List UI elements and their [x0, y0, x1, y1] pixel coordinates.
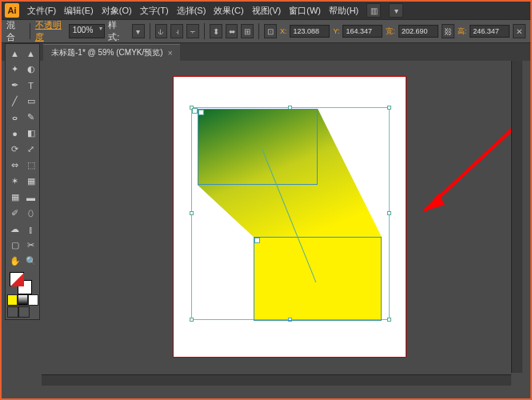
perspective-tool[interactable]: ▦: [23, 174, 38, 189]
screen-mode-row: [7, 306, 38, 318]
x-readout[interactable]: 123.088: [290, 25, 330, 38]
color-mode-gradient[interactable]: [18, 294, 28, 306]
layout-icon[interactable]: ▥: [366, 3, 381, 18]
menu-help[interactable]: 帮助(H): [329, 5, 358, 17]
mode-label: 混合: [6, 19, 22, 43]
lasso-tool[interactable]: ◐: [23, 62, 38, 77]
horizontal-scrollbar[interactable]: [42, 374, 511, 386]
artboard-tool[interactable]: ▢: [7, 238, 22, 253]
slice-tool[interactable]: ✂: [23, 238, 38, 253]
rectangle-tool[interactable]: ▭: [23, 94, 38, 109]
blend-tool[interactable]: ⬯: [23, 206, 38, 221]
tools-panel: ▲ ▲ ✦ ◐ ✒ T ╱ ▭ ⴰ ✎ ● ◧ ⟳ ⤢ ⇔ ⬚ ✶ ▦ ▦ ▬ …: [5, 43, 40, 320]
arrange-icon[interactable]: ▾: [389, 3, 403, 18]
workspace: [42, 61, 522, 386]
free-transform-tool[interactable]: ⬚: [23, 158, 38, 173]
color-mode-row: [7, 294, 38, 306]
menu-object[interactable]: 对象(O): [102, 5, 132, 17]
pencil-tool[interactable]: ✎: [23, 110, 38, 125]
direct-selection-tool[interactable]: ▲: [23, 46, 38, 61]
w-readout[interactable]: 202.690: [398, 25, 438, 38]
type-tool[interactable]: T: [23, 78, 38, 93]
color-mode-solid[interactable]: [7, 294, 18, 306]
line-tool[interactable]: ╱: [7, 94, 22, 109]
app-icon: Ai: [5, 3, 19, 18]
svg-line-4: [424, 107, 522, 211]
control-bar: 混合 不透明度 100% 样式: ▾ ⫝ ⫞ ⫟ ⬍ ⬌ ⊞ ⊡ X: 123.…: [2, 19, 530, 43]
align-icon-3[interactable]: ⫟: [186, 24, 199, 38]
mesh-tool[interactable]: ▦: [7, 190, 22, 205]
overflow-icon[interactable]: ✕: [513, 24, 526, 38]
opacity-dropdown[interactable]: 100%: [69, 24, 106, 38]
menu-type[interactable]: 文字(T): [140, 5, 169, 17]
graph-tool[interactable]: ⫿: [23, 222, 38, 237]
document-tab-title: 未标题-1* @ 59% (CMYK/预览): [51, 47, 163, 58]
link-wh-icon[interactable]: ⛓: [442, 24, 454, 38]
fill-stroke-swatch[interactable]: [7, 270, 38, 294]
x-label: X:: [280, 27, 287, 35]
gradient-tool[interactable]: ▬: [23, 190, 38, 205]
magic-wand-tool[interactable]: ✦: [7, 62, 22, 77]
align-icon-4[interactable]: ⬍: [210, 24, 222, 38]
symbol-sprayer-tool[interactable]: ☁: [7, 222, 22, 237]
h-label: 高:: [458, 26, 467, 37]
scale-tool[interactable]: ⤢: [23, 142, 38, 157]
transform-anchor-icon[interactable]: ⊡: [264, 24, 277, 38]
blob-brush-tool[interactable]: ●: [7, 126, 22, 141]
style-dropdown-icon[interactable]: ▾: [132, 24, 145, 38]
style-label: 样式:: [108, 19, 126, 43]
close-tab-icon[interactable]: ×: [168, 49, 173, 58]
menu-effect[interactable]: 效果(C): [214, 5, 243, 17]
selection-tool[interactable]: ▲: [7, 46, 22, 61]
align-icon-2[interactable]: ⫞: [170, 24, 183, 38]
menu-file[interactable]: 文件(F): [27, 5, 56, 17]
brush-tool[interactable]: ⴰ: [7, 110, 22, 125]
menu-view[interactable]: 视图(V): [252, 5, 282, 17]
rotate-tool[interactable]: ⟳: [7, 142, 22, 157]
screen-mode[interactable]: [18, 306, 30, 318]
annotation-arrow: [408, 99, 522, 235]
menu-edit[interactable]: 编辑(E): [64, 5, 94, 17]
pen-tool[interactable]: ✒: [7, 78, 22, 93]
eyedropper-tool[interactable]: ✐: [7, 206, 22, 221]
align-icon-1[interactable]: ⫝: [155, 24, 168, 38]
svg-marker-2: [254, 237, 382, 321]
menu-window[interactable]: 窗口(W): [289, 5, 321, 17]
eraser-tool[interactable]: ◧: [23, 126, 38, 141]
menu-select[interactable]: 选择(S): [177, 5, 206, 17]
svg-marker-5: [424, 194, 445, 211]
y-label: Y:: [333, 27, 339, 35]
width-tool[interactable]: ⇔: [7, 158, 22, 173]
w-label: 宽:: [386, 26, 395, 37]
opacity-label[interactable]: 不透明度: [35, 19, 66, 43]
draw-mode[interactable]: [7, 306, 18, 318]
hand-tool[interactable]: ✋: [7, 254, 22, 269]
shape-builder-tool[interactable]: ✶: [7, 174, 22, 189]
align-icon-6[interactable]: ⊞: [241, 24, 254, 38]
align-icon-5[interactable]: ⬌: [226, 24, 238, 38]
document-tabs: 未标题-1* @ 59% (CMYK/预览) ×: [2, 43, 530, 61]
vertical-scrollbar[interactable]: [511, 61, 522, 373]
h-readout[interactable]: 246.347: [470, 25, 510, 38]
zoom-tool[interactable]: 🔍: [23, 254, 38, 269]
menu-bar: Ai 文件(F) 编辑(E) 对象(O) 文字(T) 选择(S) 效果(C) 视…: [2, 2, 530, 19]
y-readout[interactable]: 164.347: [342, 25, 382, 38]
document-tab[interactable]: 未标题-1* @ 59% (CMYK/预览) ×: [43, 44, 180, 61]
color-mode-none[interactable]: [28, 294, 38, 306]
artboard[interactable]: [174, 77, 406, 357]
